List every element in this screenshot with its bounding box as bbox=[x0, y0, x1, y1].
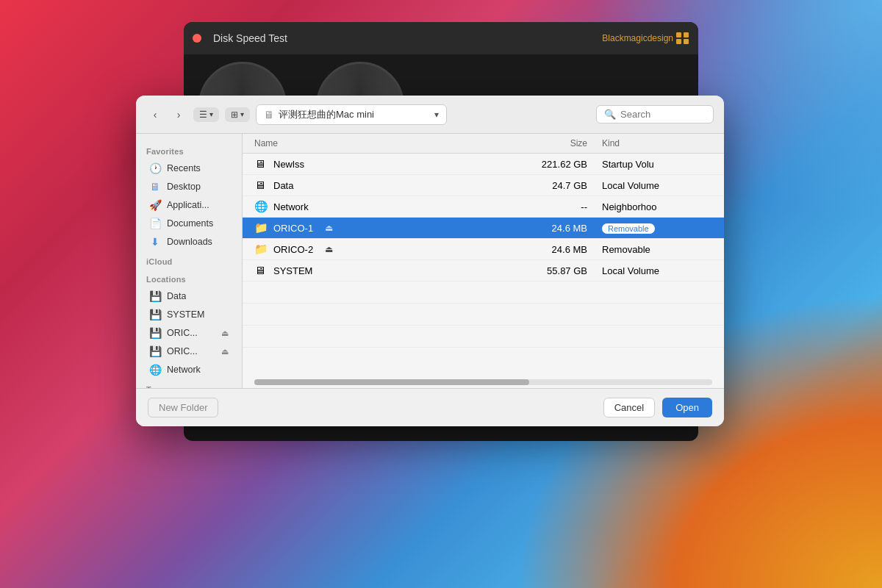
column-kind: Kind bbox=[602, 138, 712, 148]
finder-body: Favorites 🕐 Recents 🖥 Desktop 🚀 Applicat… bbox=[136, 134, 724, 388]
orico2-name: ORICO-2 bbox=[273, 244, 313, 255]
data-size: 24.7 GB bbox=[514, 180, 602, 191]
file-list-scroll[interactable]: 🖥 Newlss 221.62 GB Startup Volu 🖥 Data 2… bbox=[243, 154, 724, 376]
network-kind: Neighborhoo bbox=[602, 201, 712, 212]
data-kind: Local Volume bbox=[602, 180, 712, 191]
disk-icon: 🖥 bbox=[264, 109, 274, 121]
search-box[interactable]: 🔍 bbox=[596, 105, 714, 123]
orico1-file-icon: 📁 bbox=[254, 221, 268, 234]
sidebar-item-orico1[interactable]: 💾 ORIC... ⏏ bbox=[139, 324, 239, 342]
list-view-chevron-icon: ▾ bbox=[209, 110, 213, 118]
chevron-down-icon: ▾ bbox=[434, 110, 439, 120]
orico2-row-eject-icon[interactable]: ⏏ bbox=[325, 244, 333, 254]
file-row-orico1[interactable]: 📁 ORICO-1 ⏏ 24.6 MB Removable bbox=[243, 218, 724, 239]
back-button[interactable]: ‹ bbox=[146, 106, 164, 123]
orico1-name: ORICO-1 bbox=[273, 223, 313, 234]
location-pill[interactable]: 🖥 评测狂想曲的Mac mini ▾ bbox=[256, 104, 447, 125]
network-size: -- bbox=[514, 201, 602, 212]
network-name: Network bbox=[273, 201, 309, 212]
file-row-data[interactable]: 🖥 Data 24.7 GB Local Volume bbox=[243, 175, 724, 196]
finder-toolbar: ‹ › ☰ ▾ ⊞ ▾ 🖥 评测狂想曲的Mac mini ▾ 🔍 bbox=[136, 96, 724, 134]
file-row-empty-3 bbox=[243, 326, 724, 348]
system-size: 55.87 GB bbox=[514, 265, 602, 276]
dsk-titlebar: Disk Speed Test Blackmagicdesign bbox=[184, 22, 698, 54]
file-list-header: Name Size Kind bbox=[243, 134, 724, 154]
open-button[interactable]: Open bbox=[662, 398, 712, 417]
downloads-icon: ⬇ bbox=[149, 236, 161, 248]
newlss-size: 221.62 GB bbox=[514, 159, 602, 170]
file-row-newlss[interactable]: 🖥 Newlss 221.62 GB Startup Volu bbox=[243, 154, 724, 175]
desktop-icon: 🖥 bbox=[149, 181, 161, 193]
orico2-eject-icon[interactable]: ⏏ bbox=[221, 347, 229, 356]
orico1-row-eject-icon[interactable]: ⏏ bbox=[325, 223, 333, 233]
finder-bottombar: New Folder Cancel Open bbox=[136, 388, 724, 426]
file-list-area: Name Size Kind 🖥 Newlss 221.62 GB Startu… bbox=[243, 134, 724, 388]
brand-logo bbox=[676, 32, 689, 44]
newlss-name: Newlss bbox=[273, 159, 304, 170]
cancel-button[interactable]: Cancel bbox=[603, 398, 655, 417]
data-icon: 🖥 bbox=[254, 179, 268, 192]
sidebar-item-network[interactable]: 🌐 Network bbox=[139, 361, 239, 379]
sidebar-item-recents[interactable]: 🕐 Recents bbox=[139, 159, 239, 177]
location-name: 评测狂想曲的Mac mini bbox=[279, 108, 374, 121]
list-view-button[interactable]: ☰ ▾ bbox=[193, 107, 219, 122]
file-row-system[interactable]: 🖥 SYSTEM 55.87 GB Local Volume bbox=[243, 260, 724, 282]
grid-view-button[interactable]: ⊞ ▾ bbox=[225, 107, 250, 122]
column-name: Name bbox=[254, 138, 514, 148]
scrollbar-thumb[interactable] bbox=[254, 379, 529, 385]
list-view-icon: ☰ bbox=[199, 110, 207, 120]
system-file-icon: 🖥 bbox=[254, 264, 268, 277]
sidebar-item-applications[interactable]: 🚀 Applicati... bbox=[139, 196, 239, 214]
dsk-brand: Blackmagicdesign bbox=[602, 32, 689, 44]
documents-icon: 📄 bbox=[149, 218, 161, 229]
forward-button[interactable]: › bbox=[170, 106, 187, 123]
orico2-size: 24.6 MB bbox=[514, 244, 602, 255]
search-icon: 🔍 bbox=[604, 109, 616, 120]
search-input[interactable] bbox=[620, 109, 706, 120]
data-name: Data bbox=[273, 180, 293, 191]
file-row-empty-1 bbox=[243, 282, 724, 304]
sidebar-item-documents[interactable]: 📄 Documents bbox=[139, 215, 239, 232]
orico1-eject-icon[interactable]: ⏏ bbox=[221, 329, 229, 338]
sidebar-item-data[interactable]: 💾 Data bbox=[139, 287, 239, 305]
newlss-kind: Startup Volu bbox=[602, 159, 712, 170]
orico2-disk-icon: 💾 bbox=[149, 345, 161, 357]
network-icon: 🌐 bbox=[149, 364, 161, 376]
sidebar-section-locations: Locations bbox=[136, 269, 242, 287]
data-disk-icon: 💾 bbox=[149, 290, 161, 302]
removable-badge: Removable bbox=[602, 223, 655, 234]
applications-icon: 🚀 bbox=[149, 199, 161, 211]
sidebar-item-desktop[interactable]: 🖥 Desktop bbox=[139, 178, 239, 196]
orico2-file-icon: 📁 bbox=[254, 243, 268, 256]
system-disk-icon: 💾 bbox=[149, 309, 161, 320]
scrollbar-track[interactable] bbox=[254, 379, 712, 385]
system-kind: Local Volume bbox=[602, 265, 712, 276]
finder-dialog: ‹ › ☰ ▾ ⊞ ▾ 🖥 评测狂想曲的Mac mini ▾ 🔍 Favorit… bbox=[136, 96, 724, 426]
orico2-kind: Removable bbox=[602, 244, 712, 255]
orico1-kind: Removable bbox=[602, 223, 712, 234]
sidebar-section-icloud: iCloud bbox=[136, 251, 242, 269]
sidebar-item-orico2[interactable]: 💾 ORIC... ⏏ bbox=[139, 343, 239, 360]
column-size: Size bbox=[514, 138, 602, 148]
forward-chevron-icon: › bbox=[177, 109, 181, 121]
sidebar: Favorites 🕐 Recents 🖥 Desktop 🚀 Applicat… bbox=[136, 134, 243, 388]
grid-view-chevron-icon: ▾ bbox=[240, 110, 244, 118]
back-chevron-icon: ‹ bbox=[154, 109, 157, 121]
dsk-title: Disk Speed Test bbox=[213, 32, 287, 44]
file-row-orico2[interactable]: 📁 ORICO-2 ⏏ 24.6 MB Removable bbox=[243, 239, 724, 260]
new-folder-button[interactable]: New Folder bbox=[148, 398, 218, 417]
orico1-size: 24.6 MB bbox=[514, 223, 602, 234]
sidebar-section-tags: Tags bbox=[136, 379, 242, 388]
sidebar-item-system[interactable]: 💾 SYSTEM bbox=[139, 306, 239, 323]
sidebar-section-favorites: Favorites bbox=[136, 141, 242, 159]
newlss-icon: 🖥 bbox=[254, 157, 268, 171]
recents-icon: 🕐 bbox=[149, 162, 161, 174]
close-button[interactable] bbox=[193, 34, 201, 43]
orico1-disk-icon: 💾 bbox=[149, 327, 161, 339]
sidebar-item-downloads[interactable]: ⬇ Downloads bbox=[139, 233, 239, 251]
network-file-icon: 🌐 bbox=[254, 200, 268, 213]
file-row-network[interactable]: 🌐 Network -- Neighborhoo bbox=[243, 196, 724, 218]
file-row-empty-2 bbox=[243, 304, 724, 326]
system-name: SYSTEM bbox=[273, 265, 312, 276]
grid-view-icon: ⊞ bbox=[231, 110, 238, 120]
